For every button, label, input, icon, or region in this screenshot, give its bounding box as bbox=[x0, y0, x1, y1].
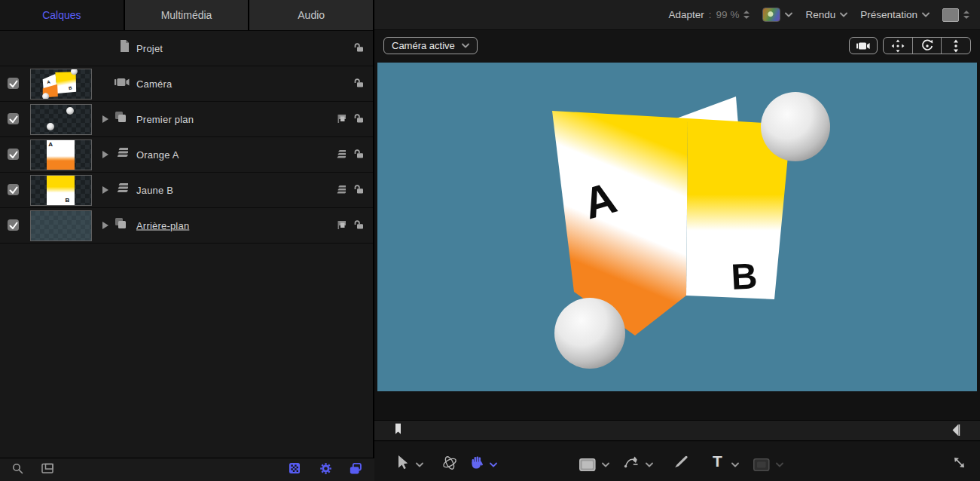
layer-checkbox[interactable] bbox=[8, 113, 19, 124]
paint-stroke-tool[interactable] bbox=[674, 455, 688, 468]
color-channels-swatch bbox=[762, 8, 780, 22]
chevron-down-icon bbox=[922, 12, 930, 17]
tab-calques-label: Calques bbox=[42, 9, 81, 21]
gear-icon[interactable] bbox=[320, 463, 331, 474]
layer-row-projet[interactable]: Projet bbox=[0, 31, 373, 66]
layer-thumbnail bbox=[30, 210, 92, 241]
layout-columns-icon[interactable] bbox=[41, 463, 53, 474]
end-marker[interactable] bbox=[952, 424, 960, 436]
bezier-pen-tool[interactable] bbox=[624, 455, 638, 468]
active-camera-menu[interactable]: Caméra active bbox=[383, 37, 478, 54]
lock-open-icon[interactable] bbox=[353, 149, 364, 159]
layer-thumbnail: B bbox=[30, 175, 92, 206]
disclosure-triangle-icon[interactable] bbox=[102, 186, 108, 194]
layer-row-jaune-b[interactable]: B Jaune B bbox=[0, 173, 373, 208]
lock-open-icon[interactable] bbox=[353, 42, 364, 53]
lock-open-icon[interactable] bbox=[353, 78, 364, 88]
text-tool[interactable]: T bbox=[713, 452, 722, 470]
layer-name: Premier plan bbox=[136, 114, 194, 125]
rectangle-tool-chevron-icon[interactable] bbox=[602, 462, 609, 467]
layer-checkbox[interactable] bbox=[8, 219, 19, 231]
camera-move-tools bbox=[883, 37, 971, 54]
layer-thumbnail: A bbox=[30, 139, 92, 170]
layer-row-camera[interactable]: A B Caméra bbox=[0, 66, 373, 102]
select-tool-chevron-icon[interactable] bbox=[416, 462, 423, 467]
camera-icon bbox=[114, 75, 130, 89]
fixed-resolution-group-icon bbox=[337, 113, 346, 124]
group-icon bbox=[114, 111, 127, 123]
layers-stack-icon bbox=[335, 149, 346, 159]
lock-open-icon[interactable] bbox=[353, 219, 364, 230]
canvas[interactable]: A B bbox=[377, 63, 977, 391]
zoom-menu[interactable]: Adapter : 99 % bbox=[669, 9, 750, 20]
motion-app-window: Calques Multimédia Audio Projet A B bbox=[0, 0, 980, 481]
text-tool-glyph: T bbox=[713, 452, 722, 470]
layer-name: Jaune B bbox=[136, 185, 173, 196]
viewer-header: Adapter : 99 % Rendu Présentation bbox=[374, 0, 980, 30]
bezier-tool-chevron-icon[interactable] bbox=[646, 462, 653, 467]
mini-timeline[interactable] bbox=[374, 420, 980, 441]
layer-icon bbox=[114, 146, 128, 158]
sphere-top-right[interactable] bbox=[761, 92, 830, 161]
select-tool[interactable] bbox=[398, 455, 408, 470]
zoom-label: Adapter bbox=[669, 9, 704, 20]
camera-view-button[interactable] bbox=[849, 37, 878, 54]
layer-row-orange-a[interactable]: A Orange A bbox=[0, 137, 373, 173]
layer-checkbox[interactable] bbox=[8, 184, 19, 195]
layer-checkbox[interactable] bbox=[8, 78, 19, 89]
camera-orbit-tool[interactable] bbox=[912, 38, 942, 54]
panel-tab-bar: Calques Multimédia Audio bbox=[0, 0, 373, 31]
rectangle-tool[interactable] bbox=[579, 458, 596, 471]
scene-3d: A B bbox=[377, 63, 977, 391]
layer-row-arriere-plan[interactable]: Arrière-plan bbox=[0, 208, 373, 244]
channels-menu[interactable] bbox=[762, 8, 792, 22]
pan-arrows-icon bbox=[891, 39, 905, 53]
layer-name: Projet bbox=[136, 43, 163, 54]
gray-color-swatch bbox=[942, 8, 959, 22]
stepper-icon[interactable] bbox=[963, 11, 969, 19]
camera-pan-tool[interactable] bbox=[884, 38, 912, 54]
tab-audio[interactable]: Audio bbox=[248, 0, 373, 30]
chevron-down-icon bbox=[785, 12, 792, 17]
transform-3d-tool[interactable] bbox=[442, 455, 457, 470]
thumbnail-letter-b: B bbox=[66, 198, 70, 204]
layer-name: Arrière-plan bbox=[136, 220, 189, 231]
transparency-checker-icon[interactable] bbox=[289, 463, 301, 474]
thumbnail-letter-a: A bbox=[48, 142, 53, 148]
layer-checkbox[interactable] bbox=[8, 149, 19, 160]
layer-thumbnail bbox=[30, 104, 92, 135]
viewer-area: Adapter : 99 % Rendu Présentation bbox=[374, 0, 980, 481]
background-color-control[interactable] bbox=[942, 8, 969, 22]
hand-tool-chevron-icon[interactable] bbox=[490, 462, 497, 467]
stepper-icon[interactable] bbox=[743, 11, 750, 19]
text-tool-chevron-icon[interactable] bbox=[731, 462, 739, 467]
search-icon[interactable] bbox=[12, 463, 23, 474]
disclosure-triangle-icon[interactable] bbox=[102, 115, 108, 123]
presentation-label: Présentation bbox=[860, 9, 917, 20]
tab-calques[interactable]: Calques bbox=[0, 0, 124, 30]
lock-open-icon[interactable] bbox=[353, 184, 364, 195]
camera-dolly-tool[interactable] bbox=[941, 38, 970, 54]
layers-panel: Calques Multimédia Audio Projet A B bbox=[0, 0, 374, 481]
disclosure-triangle-icon[interactable] bbox=[102, 222, 108, 229]
chevron-down-icon bbox=[840, 12, 847, 17]
layer-row-premier-plan[interactable]: Premier plan bbox=[0, 102, 373, 137]
lock-open-icon[interactable] bbox=[353, 113, 364, 124]
orbit-arrow-icon bbox=[920, 39, 934, 53]
playhead-marker[interactable] bbox=[395, 423, 401, 435]
disclosure-triangle-icon[interactable] bbox=[102, 151, 108, 158]
tab-multimedia[interactable]: Multimédia bbox=[124, 0, 249, 30]
presentation-menu[interactable]: Présentation bbox=[860, 9, 930, 20]
expand-diagonal-icon[interactable] bbox=[953, 456, 965, 468]
camera-filled-icon bbox=[856, 40, 870, 52]
render-label: Rendu bbox=[805, 9, 835, 20]
project-document-icon bbox=[119, 40, 129, 52]
render-menu[interactable]: Rendu bbox=[805, 9, 847, 20]
hand-tool[interactable] bbox=[471, 455, 483, 469]
layer-thumbnail: A B bbox=[30, 69, 92, 100]
card-orange-a[interactable] bbox=[552, 111, 688, 335]
layers-panel-footer bbox=[0, 458, 374, 481]
layer-name: Orange A bbox=[136, 149, 179, 161]
layers-view-icon[interactable] bbox=[350, 463, 362, 474]
sphere-bottom-left[interactable] bbox=[554, 298, 625, 369]
